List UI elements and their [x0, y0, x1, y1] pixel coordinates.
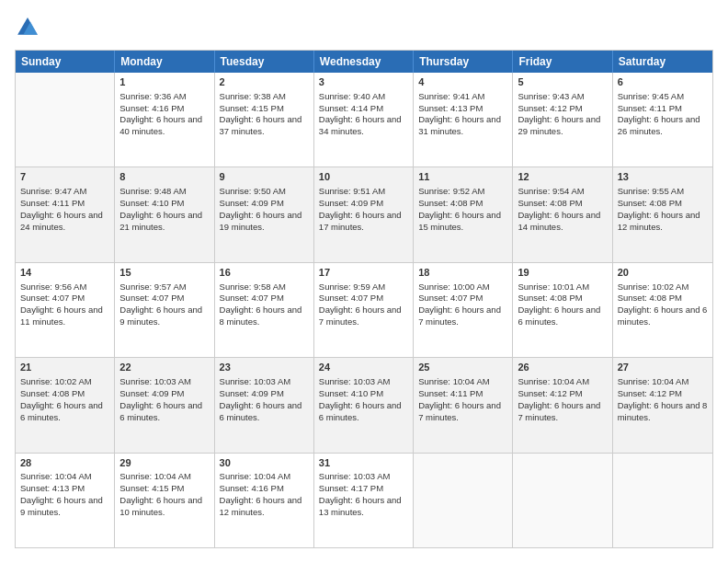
- day-cell-3: 3Sunrise: 9:40 AM Sunset: 4:14 PM Daylig…: [314, 73, 414, 167]
- day-cell-20: 20Sunrise: 10:02 AM Sunset: 4:08 PM Dayl…: [613, 263, 712, 357]
- day-cell-7: 7Sunrise: 9:47 AM Sunset: 4:11 PM Daylig…: [16, 167, 115, 261]
- day-number: 12: [518, 170, 607, 184]
- day-cell-10: 10Sunrise: 9:51 AM Sunset: 4:09 PM Dayli…: [314, 167, 414, 261]
- day-number: 15: [119, 266, 209, 280]
- cell-info: Sunrise: 9:48 AM Sunset: 4:10 PM Dayligh…: [119, 186, 209, 233]
- day-cell-28: 28Sunrise: 10:04 AM Sunset: 4:13 PM Dayl…: [16, 454, 115, 547]
- day-number: 5: [518, 75, 607, 89]
- day-cell-22: 22Sunrise: 10:03 AM Sunset: 4:09 PM Dayl…: [115, 358, 214, 452]
- day-cell-8: 8Sunrise: 9:48 AM Sunset: 4:10 PM Daylig…: [115, 167, 214, 261]
- cell-info: Sunrise: 10:04 AM Sunset: 4:13 PM Daylig…: [20, 471, 109, 518]
- day-number: 9: [220, 170, 309, 184]
- cell-info: Sunrise: 10:04 AM Sunset: 4:11 PM Daylig…: [418, 376, 507, 423]
- day-cell-1: 1Sunrise: 9:36 AM Sunset: 4:16 PM Daylig…: [115, 73, 214, 167]
- cell-info: Sunrise: 9:45 AM Sunset: 4:11 PM Dayligh…: [618, 91, 708, 138]
- empty-cell: [16, 73, 115, 167]
- cell-info: Sunrise: 9:52 AM Sunset: 4:08 PM Dayligh…: [418, 186, 507, 233]
- day-cell-21: 21Sunrise: 10:02 AM Sunset: 4:08 PM Dayl…: [16, 358, 115, 452]
- cell-info: Sunrise: 10:03 AM Sunset: 4:10 PM Daylig…: [319, 376, 408, 423]
- cell-info: Sunrise: 9:38 AM Sunset: 4:15 PM Dayligh…: [220, 91, 309, 138]
- day-cell-6: 6Sunrise: 9:45 AM Sunset: 4:11 PM Daylig…: [613, 73, 712, 167]
- calendar-row-4: 28Sunrise: 10:04 AM Sunset: 4:13 PM Dayl…: [16, 453, 712, 547]
- cell-info: Sunrise: 9:50 AM Sunset: 4:09 PM Dayligh…: [220, 186, 309, 233]
- cell-info: Sunrise: 10:02 AM Sunset: 4:08 PM Daylig…: [618, 282, 708, 328]
- day-number: 10: [319, 170, 408, 184]
- cell-info: Sunrise: 10:04 AM Sunset: 4:15 PM Daylig…: [119, 471, 209, 518]
- day-number: 18: [418, 266, 507, 280]
- calendar-row-1: 7Sunrise: 9:47 AM Sunset: 4:11 PM Daylig…: [16, 167, 712, 261]
- calendar-row-2: 14Sunrise: 9:56 AM Sunset: 4:07 PM Dayli…: [16, 262, 712, 357]
- cell-info: Sunrise: 9:54 AM Sunset: 4:08 PM Dayligh…: [518, 186, 607, 233]
- cell-info: Sunrise: 9:57 AM Sunset: 4:07 PM Dayligh…: [119, 282, 209, 328]
- cell-info: Sunrise: 9:51 AM Sunset: 4:09 PM Dayligh…: [319, 186, 408, 233]
- day-cell-24: 24Sunrise: 10:03 AM Sunset: 4:10 PM Dayl…: [314, 358, 414, 452]
- day-number: 7: [20, 170, 109, 184]
- cell-info: Sunrise: 9:56 AM Sunset: 4:07 PM Dayligh…: [20, 282, 109, 328]
- day-header-sunday: Sunday: [16, 51, 115, 73]
- day-number: 24: [319, 361, 408, 374]
- day-header-monday: Monday: [115, 51, 214, 73]
- calendar-body: 1Sunrise: 9:36 AM Sunset: 4:16 PM Daylig…: [16, 73, 712, 547]
- calendar-row-3: 21Sunrise: 10:02 AM Sunset: 4:08 PM Dayl…: [16, 357, 712, 452]
- cell-info: Sunrise: 9:59 AM Sunset: 4:07 PM Dayligh…: [319, 282, 408, 328]
- page: SundayMondayTuesdayWednesdayThursdayFrid…: [0, 0, 728, 563]
- logo-icon: [15, 15, 40, 40]
- day-number: 16: [220, 266, 309, 280]
- cell-info: Sunrise: 10:04 AM Sunset: 4:12 PM Daylig…: [518, 376, 607, 423]
- day-header-thursday: Thursday: [414, 51, 513, 73]
- day-number: 3: [319, 75, 408, 89]
- day-cell-9: 9Sunrise: 9:50 AM Sunset: 4:09 PM Daylig…: [215, 167, 314, 261]
- day-cell-14: 14Sunrise: 9:56 AM Sunset: 4:07 PM Dayli…: [16, 263, 115, 357]
- empty-cell: [414, 454, 513, 547]
- cell-info: Sunrise: 10:03 AM Sunset: 4:17 PM Daylig…: [319, 471, 408, 518]
- logo: [15, 15, 44, 40]
- cell-info: Sunrise: 9:36 AM Sunset: 4:16 PM Dayligh…: [119, 91, 209, 138]
- day-number: 22: [119, 361, 209, 374]
- calendar-row-0: 1Sunrise: 9:36 AM Sunset: 4:16 PM Daylig…: [16, 73, 712, 167]
- day-number: 4: [418, 75, 507, 89]
- day-cell-2: 2Sunrise: 9:38 AM Sunset: 4:15 PM Daylig…: [215, 73, 314, 167]
- day-number: 2: [220, 75, 309, 89]
- day-header-friday: Friday: [513, 51, 612, 73]
- day-header-saturday: Saturday: [613, 51, 712, 73]
- day-cell-19: 19Sunrise: 10:01 AM Sunset: 4:08 PM Dayl…: [513, 263, 612, 357]
- day-cell-12: 12Sunrise: 9:54 AM Sunset: 4:08 PM Dayli…: [513, 167, 612, 261]
- day-number: 30: [220, 456, 309, 470]
- day-number: 8: [119, 170, 209, 184]
- day-cell-15: 15Sunrise: 9:57 AM Sunset: 4:07 PM Dayli…: [115, 263, 214, 357]
- day-number: 29: [119, 456, 209, 470]
- day-cell-23: 23Sunrise: 10:03 AM Sunset: 4:09 PM Dayl…: [215, 358, 314, 452]
- cell-info: Sunrise: 9:47 AM Sunset: 4:11 PM Dayligh…: [20, 186, 109, 233]
- cell-info: Sunrise: 10:02 AM Sunset: 4:08 PM Daylig…: [20, 376, 109, 423]
- day-cell-11: 11Sunrise: 9:52 AM Sunset: 4:08 PM Dayli…: [414, 167, 513, 261]
- day-cell-27: 27Sunrise: 10:04 AM Sunset: 4:12 PM Dayl…: [613, 358, 712, 452]
- day-number: 25: [418, 361, 507, 374]
- empty-cell: [613, 454, 712, 547]
- day-number: 23: [220, 361, 309, 374]
- cell-info: Sunrise: 10:03 AM Sunset: 4:09 PM Daylig…: [119, 376, 209, 423]
- day-cell-13: 13Sunrise: 9:55 AM Sunset: 4:08 PM Dayli…: [613, 167, 712, 261]
- cell-info: Sunrise: 9:55 AM Sunset: 4:08 PM Dayligh…: [618, 186, 708, 233]
- day-number: 11: [418, 170, 507, 184]
- cell-info: Sunrise: 10:03 AM Sunset: 4:09 PM Daylig…: [220, 376, 309, 423]
- day-cell-30: 30Sunrise: 10:04 AM Sunset: 4:16 PM Dayl…: [215, 454, 314, 547]
- day-cell-26: 26Sunrise: 10:04 AM Sunset: 4:12 PM Dayl…: [513, 358, 612, 452]
- day-cell-5: 5Sunrise: 9:43 AM Sunset: 4:12 PM Daylig…: [513, 73, 612, 167]
- calendar-header: SundayMondayTuesdayWednesdayThursdayFrid…: [16, 51, 712, 73]
- day-cell-25: 25Sunrise: 10:04 AM Sunset: 4:11 PM Dayl…: [414, 358, 513, 452]
- cell-info: Sunrise: 9:43 AM Sunset: 4:12 PM Dayligh…: [518, 91, 607, 138]
- day-header-tuesday: Tuesday: [215, 51, 314, 73]
- day-number: 6: [618, 75, 708, 89]
- day-number: 21: [20, 361, 109, 374]
- cell-info: Sunrise: 9:58 AM Sunset: 4:07 PM Dayligh…: [220, 282, 309, 328]
- day-number: 27: [618, 361, 708, 374]
- cell-info: Sunrise: 10:01 AM Sunset: 4:08 PM Daylig…: [518, 282, 607, 328]
- cell-info: Sunrise: 9:41 AM Sunset: 4:13 PM Dayligh…: [418, 91, 507, 138]
- day-number: 26: [518, 361, 607, 374]
- day-number: 31: [319, 456, 408, 470]
- day-cell-17: 17Sunrise: 9:59 AM Sunset: 4:07 PM Dayli…: [314, 263, 414, 357]
- day-number: 28: [20, 456, 109, 470]
- day-cell-31: 31Sunrise: 10:03 AM Sunset: 4:17 PM Dayl…: [314, 454, 414, 547]
- cell-info: Sunrise: 10:04 AM Sunset: 4:16 PM Daylig…: [220, 471, 309, 518]
- cell-info: Sunrise: 10:00 AM Sunset: 4:07 PM Daylig…: [418, 282, 507, 328]
